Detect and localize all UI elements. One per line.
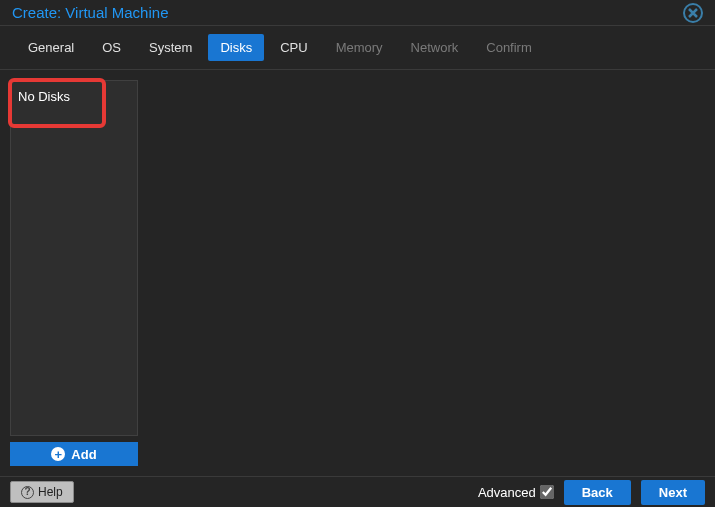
disk-list-panel: No Disks [10, 80, 138, 436]
tab-general[interactable]: General [16, 34, 86, 61]
advanced-checkbox[interactable] [540, 485, 554, 499]
close-button[interactable] [683, 3, 703, 23]
no-disks-label: No Disks [11, 81, 82, 120]
add-button-label: Add [71, 447, 96, 462]
wizard-tabs: General OS System Disks CPU Memory Netwo… [0, 26, 715, 70]
back-button[interactable]: Back [564, 480, 631, 505]
window-title: Create: Virtual Machine [12, 4, 168, 21]
tab-memory: Memory [324, 34, 395, 61]
help-button-label: Help [38, 485, 63, 499]
help-icon: ? [21, 486, 34, 499]
help-button[interactable]: ? Help [10, 481, 74, 503]
tab-network: Network [399, 34, 471, 61]
add-disk-button[interactable]: + Add [10, 442, 138, 466]
tab-cpu[interactable]: CPU [268, 34, 319, 61]
footer-left: ? Help [10, 481, 74, 503]
create-vm-dialog: Create: Virtual Machine General OS Syste… [0, 0, 715, 507]
tab-disks[interactable]: Disks [208, 34, 264, 61]
content-area: No Disks + Add [0, 70, 715, 476]
advanced-toggle[interactable]: Advanced [478, 485, 554, 500]
footer-right: Advanced Back Next [478, 480, 705, 505]
titlebar: Create: Virtual Machine [0, 0, 715, 26]
advanced-label: Advanced [478, 485, 536, 500]
plus-icon: + [51, 447, 65, 461]
next-button[interactable]: Next [641, 480, 705, 505]
dialog-footer: ? Help Advanced Back Next [0, 476, 715, 507]
tab-confirm: Confirm [474, 34, 544, 61]
tab-system[interactable]: System [137, 34, 204, 61]
close-icon [688, 8, 698, 18]
tab-os[interactable]: OS [90, 34, 133, 61]
